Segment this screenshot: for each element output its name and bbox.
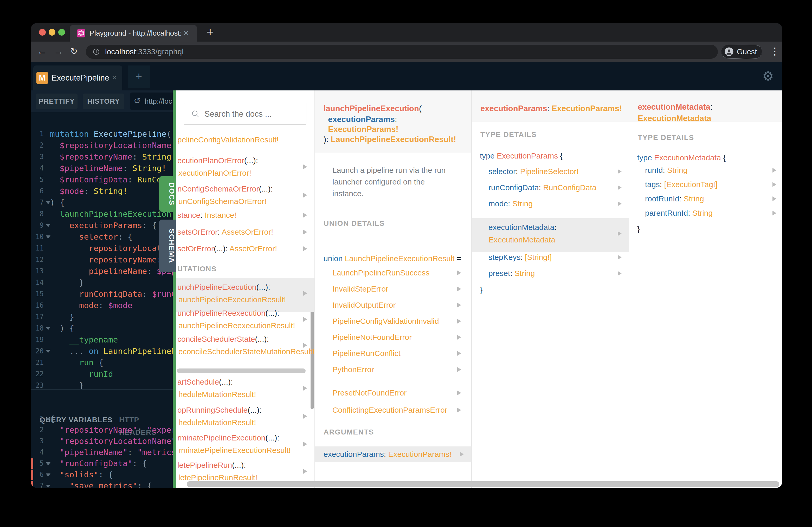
playground-tab[interactable]: M ExecutePipeline × — [33, 65, 122, 90]
traffic-light-minimize[interactable] — [49, 29, 55, 35]
chevron-right-icon[interactable] — [303, 414, 307, 419]
chevron-right-icon[interactable] — [618, 185, 622, 190]
doc-list-item[interactable]: setsOrError: AssetsOrError! — [177, 227, 273, 237]
doc-list-item[interactable]: parentRunId: String — [645, 208, 713, 218]
undo-icon[interactable]: ↺ — [134, 92, 141, 110]
prettify-button[interactable]: PRETTIFY — [36, 93, 77, 109]
doc-list-item[interactable]: opRunningSchedule(...): — [177, 405, 262, 415]
union-member[interactable]: ConflictingExecutionParamsError — [332, 405, 447, 415]
doc-list-item[interactable]: tags: [ExecutionTag!] — [645, 180, 717, 190]
doc-list-item-type[interactable]: econcileSchedulerStateMutationResult! — [178, 347, 315, 357]
doc-list-item-type[interactable]: xecutionPlanOrError! — [178, 168, 251, 178]
chevron-right-icon[interactable] — [457, 408, 461, 412]
docs-search[interactable] — [184, 103, 306, 125]
doc-list-item[interactable]: ecutionPlanOrError(...): — [177, 156, 258, 166]
chevron-right-icon[interactable] — [457, 271, 461, 275]
chevron-right-icon[interactable] — [303, 317, 307, 322]
traffic-light-zoom[interactable] — [58, 29, 65, 35]
union-member[interactable]: PipelineNotFoundError — [332, 332, 412, 342]
union-member[interactable]: LaunchPipelineRunSuccess — [332, 268, 430, 278]
doc-list-item[interactable]: stance: Instance! — [177, 210, 236, 220]
settings-gear-icon[interactable]: ⚙ — [759, 67, 777, 85]
chevron-right-icon[interactable] — [460, 452, 464, 456]
chevron-right-icon[interactable] — [457, 391, 461, 395]
chevron-right-icon[interactable] — [303, 442, 307, 447]
chevron-right-icon[interactable] — [303, 386, 307, 391]
argument-item[interactable]: executionParams: ExecutionParams! — [323, 449, 451, 459]
playground-new-tab-button[interactable]: + — [128, 65, 150, 88]
doc-list-item[interactable]: artSchedule(...): — [177, 377, 233, 387]
doc-list-item[interactable]: executionMetadata: — [489, 223, 556, 232]
address-bar[interactable]: localhost:3333/graphql — [86, 45, 718, 59]
doc-list-item[interactable]: preset: String — [489, 268, 535, 278]
union-member[interactable]: PythonError — [332, 365, 374, 375]
union-member[interactable]: InvalidStepError — [332, 284, 388, 294]
chevron-right-icon[interactable] — [618, 169, 622, 174]
browser-menu-icon[interactable]: ⋮ — [770, 42, 780, 62]
chevron-right-icon[interactable] — [457, 351, 461, 356]
doc-list-item-type[interactable]: aunchPipelineReexecutionResult! — [178, 321, 295, 331]
chevron-right-icon[interactable] — [303, 193, 307, 197]
doc-list-item[interactable]: rminatePipelineExecution(...): — [177, 433, 279, 443]
doc-list-item[interactable]: rootRunId: String — [645, 194, 704, 204]
doc-list-item[interactable]: concileSchedulerState(...): — [177, 334, 269, 344]
doc-list-item[interactable]: nConfigSchemaOrError(...): — [177, 184, 273, 194]
doc-list-item-type[interactable]: aunchPipelineExecutionResult! — [178, 295, 286, 304]
traffic-light-close[interactable] — [39, 29, 46, 35]
chevron-right-icon[interactable] — [457, 367, 461, 372]
chevron-right-icon[interactable] — [457, 319, 461, 323]
browser-tab[interactable]: Playground - http://localhost:3 × — [70, 25, 197, 42]
chevron-right-icon[interactable] — [303, 469, 307, 474]
chevron-right-icon[interactable] — [772, 196, 777, 201]
doc-list-item[interactable]: mode: String — [489, 199, 533, 209]
endpoint-input[interactable]: ↺ http://loc — [130, 92, 173, 110]
docs-panel-edge[interactable] — [173, 90, 176, 488]
chevron-right-icon[interactable] — [303, 291, 307, 296]
chevron-right-icon[interactable] — [618, 201, 622, 206]
union-member[interactable]: PipelineConfigValidationInvalid — [332, 316, 439, 326]
chevron-right-icon[interactable] — [457, 303, 461, 307]
doc-list-item[interactable]: selector: PipelineSelector! — [489, 167, 579, 177]
profile-button[interactable]: Guest — [721, 45, 762, 59]
doc-list-item-type[interactable]: unConfigSchemaOrError! — [178, 196, 266, 206]
column-horizontal-scrollbar[interactable] — [177, 368, 306, 373]
doc-list-item[interactable]: stepKeys: [String!] — [489, 252, 552, 262]
forward-button[interactable]: → — [54, 42, 63, 62]
tab-schema[interactable]: SCHEMA — [159, 220, 176, 272]
chevron-right-icon[interactable] — [303, 246, 307, 251]
doc-list-item[interactable]: unchPipelineExecution(...): — [177, 282, 270, 292]
doc-list-item-type[interactable]: heduleMutationResult! — [178, 390, 256, 400]
chevron-right-icon[interactable] — [457, 287, 461, 291]
chevron-right-icon[interactable] — [457, 335, 461, 340]
docs-horizontal-scrollbar[interactable] — [187, 481, 779, 487]
tab-docs[interactable]: DOCS — [159, 176, 176, 212]
chevron-right-icon[interactable] — [772, 182, 777, 187]
chevron-right-icon[interactable] — [618, 255, 622, 260]
new-tab-button[interactable]: + — [202, 23, 218, 42]
doc-list-item[interactable]: setOrError(...): AssetOrError! — [177, 244, 277, 254]
doc-list-item[interactable]: unchPipelineReexecution(...): — [177, 308, 279, 318]
union-member[interactable]: PipelineRunConflict — [332, 348, 401, 358]
doc-list-item-type[interactable]: heduleMutationResult! — [178, 418, 256, 427]
history-button[interactable]: HISTORY — [83, 93, 124, 109]
chevron-right-icon[interactable] — [618, 231, 622, 236]
chevron-right-icon[interactable] — [772, 168, 777, 172]
chevron-right-icon[interactable] — [303, 230, 307, 235]
chevron-right-icon[interactable] — [303, 213, 307, 217]
site-info-icon[interactable] — [92, 48, 100, 55]
chevron-right-icon[interactable] — [772, 211, 777, 215]
doc-list-item[interactable]: runId: String — [645, 165, 687, 175]
chevron-right-icon[interactable] — [303, 165, 307, 169]
chevron-right-icon[interactable] — [618, 271, 622, 276]
doc-list-item[interactable]: letePipelineRun(...): — [177, 460, 246, 470]
doc-list-item-type[interactable]: rminatePipelineExecutionResult! — [178, 446, 291, 455]
chevron-right-icon[interactable] — [303, 343, 307, 348]
search-input[interactable] — [204, 103, 304, 125]
tab-close-icon[interactable]: × — [184, 25, 189, 42]
variables-divider[interactable] — [31, 389, 173, 390]
back-button[interactable]: ← — [37, 42, 47, 62]
doc-list-item[interactable]: runConfigData: RunConfigData — [489, 183, 596, 193]
union-member[interactable]: PresetNotFoundError — [332, 388, 407, 398]
reload-button[interactable]: ↻ — [70, 42, 78, 62]
doc-list-item-type[interactable]: ExecutionMetadata — [489, 235, 555, 245]
